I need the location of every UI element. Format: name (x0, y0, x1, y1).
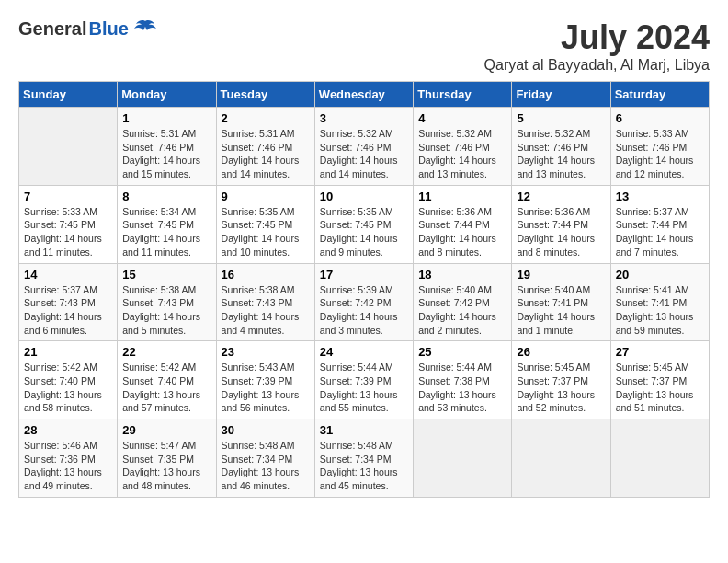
day-number: 22 (122, 345, 210, 359)
calendar-day-cell (414, 419, 512, 498)
calendar-day-cell: 16Sunrise: 5:38 AM Sunset: 7:43 PM Dayli… (216, 263, 314, 341)
calendar-day-cell: 19Sunrise: 5:40 AM Sunset: 7:41 PM Dayli… (512, 263, 610, 341)
day-number: 1 (122, 111, 210, 125)
day-info: Sunrise: 5:39 AM Sunset: 7:42 PM Dayligh… (320, 283, 408, 338)
calendar-day-cell: 28Sunrise: 5:46 AM Sunset: 7:36 PM Dayli… (19, 419, 118, 498)
calendar-header-row: SundayMondayTuesdayWednesdayThursdayFrid… (19, 82, 710, 108)
logo-general: General (18, 18, 86, 40)
day-info: Sunrise: 5:42 AM Sunset: 7:40 PM Dayligh… (24, 361, 112, 415)
day-info: Sunrise: 5:36 AM Sunset: 7:44 PM Dayligh… (418, 205, 506, 259)
day-number: 10 (320, 190, 408, 203)
day-number: 20 (616, 268, 704, 282)
calendar-week-row: 21Sunrise: 5:42 AM Sunset: 7:40 PM Dayli… (19, 341, 710, 419)
calendar-day-cell: 3Sunrise: 5:32 AM Sunset: 7:46 PM Daylig… (314, 108, 413, 186)
calendar-day-cell: 25Sunrise: 5:44 AM Sunset: 7:38 PM Dayli… (414, 341, 512, 419)
calendar-day-cell: 24Sunrise: 5:44 AM Sunset: 7:39 PM Dayli… (314, 341, 413, 419)
day-number: 29 (122, 423, 210, 437)
day-number: 24 (320, 345, 408, 359)
calendar-day-cell: 27Sunrise: 5:45 AM Sunset: 7:37 PM Dayli… (610, 341, 709, 419)
weekday-header: Monday (118, 82, 216, 108)
logo-blue: Blue (88, 18, 128, 40)
logo: General Blue (18, 18, 158, 40)
day-info: Sunrise: 5:47 AM Sunset: 7:35 PM Dayligh… (122, 439, 210, 493)
day-info: Sunrise: 5:31 AM Sunset: 7:46 PM Dayligh… (222, 127, 310, 181)
calendar-day-cell (19, 108, 118, 186)
calendar-day-cell: 31Sunrise: 5:48 AM Sunset: 7:34 PM Dayli… (314, 419, 413, 498)
day-number: 4 (418, 111, 506, 125)
calendar-day-cell: 22Sunrise: 5:42 AM Sunset: 7:40 PM Dayli… (118, 341, 216, 419)
calendar-week-row: 1Sunrise: 5:31 AM Sunset: 7:46 PM Daylig… (19, 108, 710, 186)
day-info: Sunrise: 5:48 AM Sunset: 7:34 PM Dayligh… (222, 439, 310, 493)
calendar-day-cell: 20Sunrise: 5:41 AM Sunset: 7:41 PM Dayli… (610, 263, 709, 341)
calendar-day-cell: 29Sunrise: 5:47 AM Sunset: 7:35 PM Dayli… (118, 419, 216, 498)
day-number: 19 (517, 268, 605, 282)
calendar-day-cell: 4Sunrise: 5:32 AM Sunset: 7:46 PM Daylig… (414, 108, 512, 186)
day-info: Sunrise: 5:32 AM Sunset: 7:46 PM Dayligh… (517, 127, 605, 181)
calendar-day-cell: 13Sunrise: 5:37 AM Sunset: 7:44 PM Dayli… (610, 185, 709, 263)
calendar-week-row: 7Sunrise: 5:33 AM Sunset: 7:45 PM Daylig… (19, 185, 710, 263)
calendar-day-cell: 10Sunrise: 5:35 AM Sunset: 7:45 PM Dayli… (314, 185, 413, 263)
weekday-header: Saturday (610, 82, 709, 108)
day-info: Sunrise: 5:45 AM Sunset: 7:37 PM Dayligh… (517, 361, 605, 415)
day-number: 16 (222, 268, 310, 282)
day-info: Sunrise: 5:45 AM Sunset: 7:37 PM Dayligh… (616, 361, 704, 415)
calendar-day-cell: 7Sunrise: 5:33 AM Sunset: 7:45 PM Daylig… (19, 185, 118, 263)
calendar-day-cell (610, 419, 709, 498)
day-number: 5 (517, 111, 605, 125)
calendar-day-cell: 26Sunrise: 5:45 AM Sunset: 7:37 PM Dayli… (512, 341, 610, 419)
weekday-header: Sunday (19, 82, 118, 108)
day-info: Sunrise: 5:37 AM Sunset: 7:44 PM Dayligh… (616, 205, 704, 259)
day-number: 17 (320, 268, 408, 282)
weekday-header: Tuesday (216, 82, 314, 108)
day-info: Sunrise: 5:34 AM Sunset: 7:45 PM Dayligh… (122, 205, 210, 259)
day-number: 18 (418, 268, 506, 282)
calendar-day-cell: 17Sunrise: 5:39 AM Sunset: 7:42 PM Dayli… (314, 263, 413, 341)
day-info: Sunrise: 5:35 AM Sunset: 7:45 PM Dayligh… (320, 205, 408, 259)
day-number: 15 (122, 268, 210, 282)
calendar-day-cell: 30Sunrise: 5:48 AM Sunset: 7:34 PM Dayli… (216, 419, 314, 498)
day-info: Sunrise: 5:33 AM Sunset: 7:45 PM Dayligh… (24, 205, 112, 259)
day-number: 13 (616, 190, 704, 203)
day-info: Sunrise: 5:35 AM Sunset: 7:45 PM Dayligh… (222, 205, 310, 259)
day-number: 30 (222, 423, 310, 437)
day-info: Sunrise: 5:42 AM Sunset: 7:40 PM Dayligh… (122, 361, 210, 415)
day-number: 11 (418, 190, 506, 203)
day-info: Sunrise: 5:33 AM Sunset: 7:46 PM Dayligh… (616, 127, 704, 181)
day-number: 26 (517, 345, 605, 359)
calendar-day-cell: 12Sunrise: 5:36 AM Sunset: 7:44 PM Dayli… (512, 185, 610, 263)
day-number: 7 (24, 190, 112, 203)
logo-bird-icon (132, 19, 158, 40)
calendar-table: SundayMondayTuesdayWednesdayThursdayFrid… (18, 81, 710, 498)
day-info: Sunrise: 5:46 AM Sunset: 7:36 PM Dayligh… (24, 439, 112, 493)
day-number: 6 (616, 111, 704, 125)
day-number: 25 (418, 345, 506, 359)
day-info: Sunrise: 5:48 AM Sunset: 7:34 PM Dayligh… (320, 439, 408, 493)
weekday-header: Friday (512, 82, 610, 108)
day-info: Sunrise: 5:37 AM Sunset: 7:43 PM Dayligh… (24, 283, 112, 338)
day-info: Sunrise: 5:32 AM Sunset: 7:46 PM Dayligh… (418, 127, 506, 181)
day-info: Sunrise: 5:36 AM Sunset: 7:44 PM Dayligh… (517, 205, 605, 259)
day-info: Sunrise: 5:38 AM Sunset: 7:43 PM Dayligh… (122, 283, 210, 338)
calendar-week-row: 14Sunrise: 5:37 AM Sunset: 7:43 PM Dayli… (19, 263, 710, 341)
calendar-day-cell: 9Sunrise: 5:35 AM Sunset: 7:45 PM Daylig… (216, 185, 314, 263)
logo-icon: General Blue (18, 18, 158, 40)
calendar-day-cell: 8Sunrise: 5:34 AM Sunset: 7:45 PM Daylig… (118, 185, 216, 263)
calendar-day-cell: 23Sunrise: 5:43 AM Sunset: 7:39 PM Dayli… (216, 341, 314, 419)
month-title: July 2024 (484, 18, 710, 57)
day-number: 21 (24, 345, 112, 359)
day-number: 8 (122, 190, 210, 203)
calendar-week-row: 28Sunrise: 5:46 AM Sunset: 7:36 PM Dayli… (19, 419, 710, 498)
day-info: Sunrise: 5:43 AM Sunset: 7:39 PM Dayligh… (222, 361, 310, 415)
day-info: Sunrise: 5:32 AM Sunset: 7:46 PM Dayligh… (320, 127, 408, 181)
calendar-day-cell: 15Sunrise: 5:38 AM Sunset: 7:43 PM Dayli… (118, 263, 216, 341)
page-header: General Blue July 2024 Qaryat al Bayyada… (18, 18, 710, 74)
calendar-day-cell: 5Sunrise: 5:32 AM Sunset: 7:46 PM Daylig… (512, 108, 610, 186)
day-number: 3 (320, 111, 408, 125)
calendar-day-cell: 21Sunrise: 5:42 AM Sunset: 7:40 PM Dayli… (19, 341, 118, 419)
weekday-header: Wednesday (314, 82, 413, 108)
day-info: Sunrise: 5:40 AM Sunset: 7:42 PM Dayligh… (418, 283, 506, 338)
calendar-day-cell: 2Sunrise: 5:31 AM Sunset: 7:46 PM Daylig… (216, 108, 314, 186)
day-info: Sunrise: 5:44 AM Sunset: 7:39 PM Dayligh… (320, 361, 408, 415)
day-number: 12 (517, 190, 605, 203)
calendar-day-cell: 6Sunrise: 5:33 AM Sunset: 7:46 PM Daylig… (610, 108, 709, 186)
